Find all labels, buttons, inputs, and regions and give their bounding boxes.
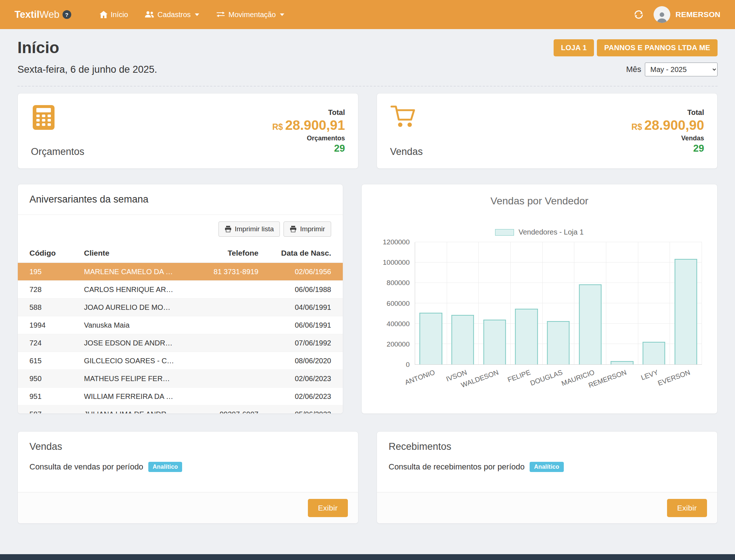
birthdays-card: Aniversariantes da semana Imprimir lista… — [17, 184, 343, 414]
chart-bar — [451, 315, 474, 364]
cell-codigo: 1994 — [29, 321, 84, 329]
recebimentos-report-panel: Recebimentos Consulta de recebimentos po… — [377, 431, 718, 524]
print-button[interactable]: Imprimir — [284, 221, 331, 237]
table-header: Código Cliente Telefone Data de Nasc. — [18, 243, 343, 263]
company-button[interactable]: PANNOS E PANNOS LTDA ME — [597, 39, 718, 56]
chart-y-labels: 020000040000060000080000010000001200000 — [377, 242, 415, 365]
chart-title: Vendas por Vendedor — [377, 195, 702, 207]
table-row[interactable]: 950 MATHEUS FELIPE FERREIRA ... 02/06/20… — [18, 370, 343, 388]
footer-bar — [0, 554, 735, 560]
card-label: Vendas — [390, 146, 423, 157]
cell-cliente: JOAO AURELIO DE MOURA (A) — [84, 303, 182, 312]
page-title: Início — [17, 39, 59, 57]
chart-plot — [415, 242, 702, 365]
exibir-vendas-button[interactable]: Exibir — [308, 499, 348, 517]
y-tick-label: 1200000 — [383, 238, 410, 246]
print-list-button[interactable]: Imprimir lista — [218, 221, 280, 237]
navbar-right: REMERSON — [633, 6, 720, 23]
table-row[interactable]: 587 JULIANA LIMA DE ANDRADE 99307-6907 0… — [18, 405, 343, 414]
chart-bar — [579, 284, 601, 364]
col-nascimento: Data de Nasc. — [258, 249, 331, 257]
brand-text: TextilWeb — [15, 9, 60, 20]
nav-item-cadastros[interactable]: Cadastros — [138, 6, 205, 23]
printer-icon — [290, 226, 297, 232]
table-row[interactable]: 1994 Vanuska Maia 06/06/1991 — [18, 316, 343, 334]
nav-item-movimentacao[interactable]: Movimentação — [209, 6, 291, 23]
chart-slot — [606, 242, 638, 364]
panel-description: Consulta de vendas por período Analítico — [29, 462, 346, 472]
cell-cliente: MARLENE CAMELO DA SILVA ... — [84, 268, 182, 276]
chart-slot — [574, 242, 606, 364]
table-row[interactable]: 195 MARLENE CAMELO DA SILVA ... 81 3731-… — [18, 263, 343, 281]
y-tick-label: 400000 — [387, 320, 410, 328]
chart-slot — [511, 242, 543, 364]
birthday-table-body: 195 MARLENE CAMELO DA SILVA ... 81 3731-… — [18, 263, 343, 414]
cell-nascimento: 06/06/1991 — [258, 321, 331, 329]
birthdays-title: Aniversariantes da semana — [29, 194, 331, 205]
cell-cliente: GILCLECIO SOARES - CAMILA — [84, 357, 182, 365]
user-menu[interactable]: REMERSON — [654, 6, 720, 23]
col-codigo: Código — [29, 249, 84, 257]
month-label: Mês — [626, 65, 641, 74]
cell-nascimento: 05/06/2023 — [258, 410, 331, 414]
panel-title: Vendas — [29, 441, 346, 452]
x-tick-label: ANTONIO — [404, 368, 436, 387]
table-row[interactable]: 615 GILCLECIO SOARES - CAMILA 08/06/2020 — [18, 352, 343, 370]
total-label: Total — [631, 108, 704, 117]
sales-chart-card: Vendas por Vendedor Vendedores - Loja 1 … — [361, 184, 718, 414]
count-value: 29 — [631, 144, 704, 153]
top-navbar: TextilWeb ? Início Cadastros — [0, 0, 735, 29]
header-buttons: LOJA 1 PANNOS E PANNOS LTDA ME — [554, 39, 718, 56]
cell-codigo: 950 — [29, 375, 84, 383]
chart-legend[interactable]: Vendedores - Loja 1 — [377, 228, 702, 236]
cell-codigo: 615 — [29, 357, 84, 365]
cell-codigo: 728 — [29, 285, 84, 294]
exibir-recebimentos-button[interactable]: Exibir — [667, 499, 707, 517]
x-tick: ANTONIO — [415, 365, 447, 394]
user-name: REMERSON — [675, 10, 720, 19]
cell-codigo: 195 — [29, 268, 84, 276]
cell-codigo: 587 — [29, 410, 84, 414]
orcamentos-card: Orçamentos Total R$28.900,91 Orçamentos … — [17, 93, 358, 169]
brand-logo[interactable]: TextilWeb ? — [15, 9, 71, 20]
cell-nascimento: 02/06/2023 — [258, 392, 331, 401]
legend-label: Vendedores - Loja 1 — [518, 228, 583, 236]
table-row[interactable]: 724 JOSE EDSON DE ANDRADE S... 07/06/199… — [18, 334, 343, 352]
nav-item-label: Cadastros — [157, 11, 190, 19]
x-tick: EVERSON — [670, 365, 702, 394]
chart-bar — [419, 313, 442, 364]
x-tick-label: FELIPE — [507, 368, 532, 384]
summary-row: Orçamentos Total R$28.900,91 Orçamentos … — [17, 93, 718, 169]
printer-icon — [225, 226, 232, 232]
cell-nascimento: 02/06/1956 — [258, 268, 331, 276]
month-select[interactable]: May - 2025 — [645, 63, 718, 76]
nav-item-label: Início — [111, 11, 128, 19]
count-value: 29 — [272, 144, 345, 153]
cell-codigo: 724 — [29, 339, 84, 347]
chart-slot — [479, 242, 511, 364]
cell-nascimento: 08/06/2020 — [258, 357, 331, 365]
help-icon[interactable]: ? — [63, 10, 71, 19]
analitico-badge: Analítico — [148, 462, 182, 472]
cell-cliente: MATHEUS FELIPE FERREIRA ... — [84, 375, 182, 383]
table-row[interactable]: 728 CARLOS HENRIQUE ARAUJO ... 06/06/198… — [18, 281, 343, 299]
chart-slot — [415, 242, 447, 364]
y-tick-label: 0 — [406, 361, 410, 369]
cell-telefone: 99307-6907 — [182, 410, 258, 414]
panel-description: Consulta de recebimentos por período Ana… — [389, 462, 706, 472]
col-telefone: Telefone — [182, 249, 258, 257]
store-button[interactable]: LOJA 1 — [554, 39, 594, 56]
cell-cliente: JULIANA LIMA DE ANDRADE — [84, 410, 182, 414]
panel-title: Recebimentos — [389, 441, 706, 452]
table-row[interactable]: 951 WILLIAM FERREIRA DA SILVA 02/06/2023 — [18, 388, 343, 405]
refresh-icon[interactable] — [633, 9, 644, 20]
nav-item-inicio[interactable]: Início — [93, 6, 135, 23]
main-content: Início LOJA 1 PANNOS E PANNOS LTDA ME Se… — [0, 39, 735, 524]
cell-cliente: WILLIAM FERREIRA DA SILVA — [84, 392, 182, 401]
cell-cliente: JOSE EDSON DE ANDRADE S... — [84, 339, 182, 347]
chart-slot — [543, 242, 575, 364]
chart-slot — [638, 242, 670, 364]
transfer-arrows-icon — [216, 11, 225, 18]
chart-bar — [675, 259, 697, 364]
table-row[interactable]: 588 JOAO AURELIO DE MOURA (A) 04/06/1991 — [18, 299, 343, 316]
